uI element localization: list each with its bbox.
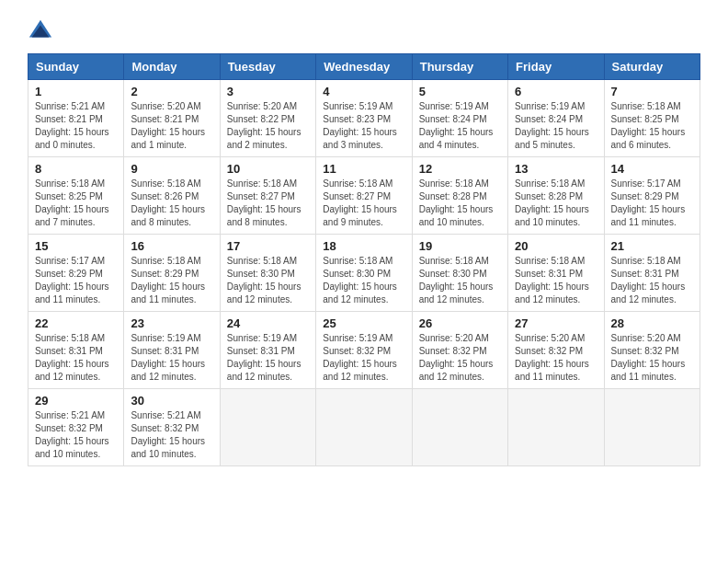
day-info: Sunrise: 5:20 AMSunset: 8:32 PMDaylight:… xyxy=(515,332,597,384)
calendar-cell: 18Sunrise: 5:18 AMSunset: 8:30 PMDayligh… xyxy=(316,235,412,312)
day-number: 22 xyxy=(35,316,117,330)
day-info: Sunrise: 5:20 AMSunset: 8:22 PMDaylight:… xyxy=(227,100,309,152)
calendar-cell: 11Sunrise: 5:18 AMSunset: 8:27 PMDayligh… xyxy=(316,157,412,235)
day-number: 19 xyxy=(419,239,501,253)
day-number: 20 xyxy=(515,239,597,253)
day-info: Sunrise: 5:18 AMSunset: 8:31 PMDaylight:… xyxy=(611,255,693,306)
day-info: Sunrise: 5:19 AMSunset: 8:32 PMDaylight:… xyxy=(323,332,404,384)
day-number: 7 xyxy=(611,85,693,98)
day-number: 15 xyxy=(35,239,117,253)
day-info: Sunrise: 5:18 AMSunset: 8:31 PMDaylight:… xyxy=(35,332,117,384)
day-number: 26 xyxy=(419,316,501,330)
day-number: 21 xyxy=(611,239,693,253)
calendar-cell: 19Sunrise: 5:18 AMSunset: 8:30 PMDayligh… xyxy=(412,235,507,312)
calendar-cell: 5Sunrise: 5:19 AMSunset: 8:24 PMDaylight… xyxy=(412,80,507,157)
header-sunday: Sunday xyxy=(28,54,124,80)
calendar-cell: 22Sunrise: 5:18 AMSunset: 8:31 PMDayligh… xyxy=(28,312,124,389)
day-number: 17 xyxy=(227,239,309,253)
day-number: 6 xyxy=(515,85,597,98)
calendar-cell: 21Sunrise: 5:18 AMSunset: 8:31 PMDayligh… xyxy=(604,235,700,312)
calendar-cell: 17Sunrise: 5:18 AMSunset: 8:30 PMDayligh… xyxy=(220,235,315,312)
calendar-cell: 6Sunrise: 5:19 AMSunset: 8:24 PMDaylight… xyxy=(508,80,604,157)
calendar-cell: 25Sunrise: 5:19 AMSunset: 8:32 PMDayligh… xyxy=(316,312,412,389)
day-info: Sunrise: 5:18 AMSunset: 8:30 PMDaylight:… xyxy=(227,255,309,306)
day-info: Sunrise: 5:18 AMSunset: 8:25 PMDaylight:… xyxy=(611,100,693,152)
day-number: 16 xyxy=(131,239,212,253)
calendar-cell xyxy=(220,389,315,466)
day-info: Sunrise: 5:17 AMSunset: 8:29 PMDaylight:… xyxy=(35,255,117,306)
day-info: Sunrise: 5:21 AMSunset: 8:21 PMDaylight:… xyxy=(35,100,117,152)
day-number: 18 xyxy=(323,239,404,253)
header xyxy=(28,18,700,44)
calendar-cell: 10Sunrise: 5:18 AMSunset: 8:27 PMDayligh… xyxy=(220,157,315,235)
calendar-cell: 12Sunrise: 5:18 AMSunset: 8:28 PMDayligh… xyxy=(412,157,507,235)
day-number: 24 xyxy=(227,316,309,330)
calendar-cell xyxy=(316,389,412,466)
day-info: Sunrise: 5:18 AMSunset: 8:28 PMDaylight:… xyxy=(419,178,501,229)
day-number: 12 xyxy=(419,162,501,176)
calendar-week-4: 22Sunrise: 5:18 AMSunset: 8:31 PMDayligh… xyxy=(28,312,700,389)
day-info: Sunrise: 5:19 AMSunset: 8:23 PMDaylight:… xyxy=(323,100,404,152)
calendar-cell: 24Sunrise: 5:19 AMSunset: 8:31 PMDayligh… xyxy=(220,312,315,389)
day-info: Sunrise: 5:18 AMSunset: 8:30 PMDaylight:… xyxy=(323,255,404,306)
day-info: Sunrise: 5:18 AMSunset: 8:31 PMDaylight:… xyxy=(515,255,597,306)
day-info: Sunrise: 5:21 AMSunset: 8:32 PMDaylight:… xyxy=(131,409,212,461)
calendar-cell xyxy=(508,389,604,466)
day-info: Sunrise: 5:18 AMSunset: 8:25 PMDaylight:… xyxy=(35,178,117,229)
calendar-cell: 2Sunrise: 5:20 AMSunset: 8:21 PMDaylight… xyxy=(124,80,220,157)
day-number: 28 xyxy=(611,316,693,330)
calendar-cell: 26Sunrise: 5:20 AMSunset: 8:32 PMDayligh… xyxy=(412,312,507,389)
day-number: 27 xyxy=(515,316,597,330)
logo xyxy=(28,18,57,44)
day-number: 23 xyxy=(131,316,212,330)
header-saturday: Saturday xyxy=(604,54,700,80)
calendar-cell: 7Sunrise: 5:18 AMSunset: 8:25 PMDaylight… xyxy=(604,80,700,157)
day-number: 9 xyxy=(131,162,212,176)
calendar-cell: 13Sunrise: 5:18 AMSunset: 8:28 PMDayligh… xyxy=(508,157,604,235)
calendar-header-row: SundayMondayTuesdayWednesdayThursdayFrid… xyxy=(28,54,700,80)
day-info: Sunrise: 5:18 AMSunset: 8:29 PMDaylight:… xyxy=(131,255,212,306)
day-number: 8 xyxy=(35,162,117,176)
calendar-week-3: 15Sunrise: 5:17 AMSunset: 8:29 PMDayligh… xyxy=(28,235,700,312)
day-info: Sunrise: 5:19 AMSunset: 8:31 PMDaylight:… xyxy=(131,332,212,384)
calendar-cell xyxy=(604,389,700,466)
calendar-cell: 15Sunrise: 5:17 AMSunset: 8:29 PMDayligh… xyxy=(28,235,124,312)
day-number: 3 xyxy=(227,85,309,98)
calendar-cell: 20Sunrise: 5:18 AMSunset: 8:31 PMDayligh… xyxy=(508,235,604,312)
day-info: Sunrise: 5:18 AMSunset: 8:26 PMDaylight:… xyxy=(131,178,212,229)
day-info: Sunrise: 5:21 AMSunset: 8:32 PMDaylight:… xyxy=(35,409,117,461)
calendar-cell: 3Sunrise: 5:20 AMSunset: 8:22 PMDaylight… xyxy=(220,80,315,157)
calendar-cell: 23Sunrise: 5:19 AMSunset: 8:31 PMDayligh… xyxy=(124,312,220,389)
calendar-cell: 29Sunrise: 5:21 AMSunset: 8:32 PMDayligh… xyxy=(28,389,124,466)
day-number: 11 xyxy=(323,162,404,176)
calendar-week-2: 8Sunrise: 5:18 AMSunset: 8:25 PMDaylight… xyxy=(28,157,700,235)
day-info: Sunrise: 5:18 AMSunset: 8:27 PMDaylight:… xyxy=(227,178,309,229)
header-thursday: Thursday xyxy=(412,54,507,80)
calendar-cell: 27Sunrise: 5:20 AMSunset: 8:32 PMDayligh… xyxy=(508,312,604,389)
day-info: Sunrise: 5:18 AMSunset: 8:30 PMDaylight:… xyxy=(419,255,501,306)
day-number: 2 xyxy=(131,85,212,98)
day-info: Sunrise: 5:20 AMSunset: 8:32 PMDaylight:… xyxy=(419,332,501,384)
calendar-cell: 14Sunrise: 5:17 AMSunset: 8:29 PMDayligh… xyxy=(604,157,700,235)
header-friday: Friday xyxy=(508,54,604,80)
day-info: Sunrise: 5:18 AMSunset: 8:28 PMDaylight:… xyxy=(515,178,597,229)
calendar-week-1: 1Sunrise: 5:21 AMSunset: 8:21 PMDaylight… xyxy=(28,80,700,157)
calendar-week-5: 29Sunrise: 5:21 AMSunset: 8:32 PMDayligh… xyxy=(28,389,700,466)
day-number: 1 xyxy=(35,85,117,98)
day-info: Sunrise: 5:17 AMSunset: 8:29 PMDaylight:… xyxy=(611,178,693,229)
day-number: 29 xyxy=(35,394,117,408)
logo-icon xyxy=(28,18,53,44)
day-number: 30 xyxy=(131,394,212,408)
header-tuesday: Tuesday xyxy=(220,54,315,80)
calendar-cell: 1Sunrise: 5:21 AMSunset: 8:21 PMDaylight… xyxy=(28,80,124,157)
day-info: Sunrise: 5:19 AMSunset: 8:24 PMDaylight:… xyxy=(515,100,597,152)
calendar-cell: 30Sunrise: 5:21 AMSunset: 8:32 PMDayligh… xyxy=(124,389,220,466)
day-number: 10 xyxy=(227,162,309,176)
day-number: 4 xyxy=(323,85,404,98)
header-monday: Monday xyxy=(124,54,220,80)
calendar: SundayMondayTuesdayWednesdayThursdayFrid… xyxy=(28,53,700,466)
calendar-cell: 28Sunrise: 5:20 AMSunset: 8:32 PMDayligh… xyxy=(604,312,700,389)
calendar-cell: 4Sunrise: 5:19 AMSunset: 8:23 PMDaylight… xyxy=(316,80,412,157)
calendar-cell: 9Sunrise: 5:18 AMSunset: 8:26 PMDaylight… xyxy=(124,157,220,235)
day-number: 14 xyxy=(611,162,693,176)
